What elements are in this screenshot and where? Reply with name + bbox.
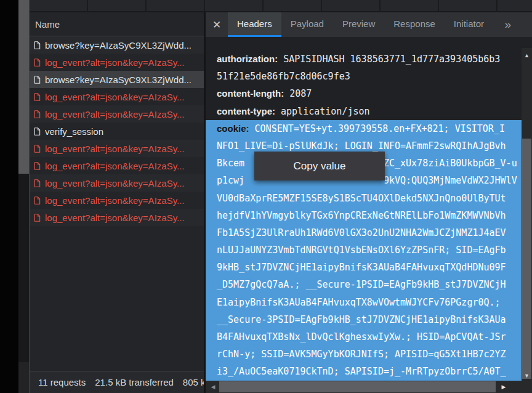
header-value: application/json bbox=[275, 106, 370, 117]
file-icon bbox=[34, 76, 41, 84]
file-icon bbox=[34, 110, 41, 118]
request-row[interactable]: log_event?alt=json&key=AIzaSy... bbox=[30, 54, 204, 71]
detail-tab-label: Initiator bbox=[454, 18, 484, 29]
header-line[interactable]: VU0dBaXprRE5MZF15SE8yS1BScTU4OXlDekd5NXJ… bbox=[206, 190, 522, 207]
file-icon bbox=[34, 197, 41, 205]
file-icon bbox=[34, 41, 41, 49]
detail-tab[interactable]: Initiator bbox=[445, 12, 493, 37]
overview-segment bbox=[147, 0, 205, 11]
overview-segment bbox=[264, 0, 322, 11]
overview-segment bbox=[381, 0, 439, 11]
request-name: browse?key=AIzaSyC9XL3ZjWdd... bbox=[45, 40, 191, 51]
request-name: log_event?alt=json&key=AIzaSy... bbox=[45, 161, 185, 171]
scroll-down-icon[interactable]: ▼ bbox=[522, 370, 532, 382]
header-line[interactable]: __Secure-3PSID=EAgFb9kHB_stJ7DVZNCjHE1ai… bbox=[206, 311, 522, 328]
detail-tab-label: Response bbox=[393, 18, 435, 29]
request-name: log_event?alt=json&key=AIzaSy... bbox=[45, 144, 185, 154]
network-summary-bar: 11 requests 21.5 kB transferred 805 k bbox=[30, 371, 204, 393]
header-name: authorization: bbox=[217, 54, 278, 64]
request-row[interactable]: log_event?alt=json&key=AIzaSy... bbox=[30, 88, 204, 105]
name-column-header[interactable]: Name bbox=[30, 12, 204, 36]
devtools-window: Name browse?key=AIzaSyC9XL3ZjWdd... bbox=[29, 0, 532, 393]
header-line[interactable]: nLUJJaUNYZ3VmbTdNRGVtQ1VsbENsOXl6YzZPSnF… bbox=[206, 241, 522, 259]
overview-segment bbox=[322, 0, 381, 11]
file-icon bbox=[34, 145, 41, 153]
header-value: E1aipyBnifsK3AUaB4FAHvuxqTX8wVOwtmWJYCFv… bbox=[217, 297, 501, 308]
horizontal-scrollbar[interactable]: ◀ ▶ bbox=[206, 381, 522, 393]
detail-tabs: Headers Payload Preview bbox=[228, 12, 493, 37]
header-value: B4FAHvuxqTXBsNx_lDvQclKghesxwIyXw.; HSID… bbox=[217, 331, 506, 342]
request-row[interactable]: log_event?alt=json&key=AIzaSy... bbox=[30, 157, 204, 174]
request-name: log_event?alt=json&key=AIzaSy... bbox=[45, 57, 185, 68]
header-value: SAPISIDHASH 1638563771_1d777a393405b6b3 bbox=[278, 54, 500, 65]
context-menu-copy-value[interactable]: Copy value bbox=[254, 152, 385, 180]
header-line[interactable]: authorization: SAPISIDHASH 1638563771_1d… bbox=[206, 51, 522, 68]
header-value: nLUJJaUNYZ3VmbTdNRGVtQ1VsbENsOXl6YzZPSnF… bbox=[217, 245, 506, 256]
file-icon bbox=[34, 128, 41, 136]
request-name: browse?key=AIzaSyC9XL3ZjWdd... bbox=[45, 75, 191, 85]
header-name: content-type: bbox=[217, 106, 275, 116]
header-line[interactable]: cookie: CONSENT=YES+yt.399739558.en+FX+8… bbox=[206, 120, 522, 137]
scroll-left-icon[interactable]: ◀ bbox=[208, 381, 218, 393]
header-line[interactable]: content-length: 2087 bbox=[206, 85, 522, 102]
header-line[interactable]: rChN-y; SSID=AVK5MGyYbKORJNIfS; APISID=q… bbox=[206, 346, 522, 363]
scroll-up-icon[interactable]: ▲ bbox=[522, 49, 532, 62]
request-row[interactable]: log_event?alt=json&key=AIzaSy... bbox=[30, 105, 204, 123]
header-value: 51f21e5de86fb7c8d06c9fe3 bbox=[217, 71, 350, 82]
detail-tab[interactable]: Payload bbox=[281, 12, 333, 37]
header-line[interactable]: hejdfV1hYVmgyblkyTGx6YnpCRExNeGtNRElLbFo… bbox=[206, 207, 522, 224]
header-line[interactable]: E1aipyBnifsK3AUaB4FAHvuxqTX8wVOwtmWJYCFv… bbox=[206, 294, 522, 311]
overview-segment bbox=[205, 0, 264, 11]
overview-segment bbox=[498, 0, 532, 11]
request-row[interactable]: log_event?alt=json&key=AIzaSy... bbox=[30, 140, 204, 157]
overview-segment bbox=[439, 0, 498, 11]
close-icon[interactable]: ✕ bbox=[206, 12, 228, 37]
devtools-network-screen: Name browse?key=AIzaSyC9XL3ZjWdd... bbox=[0, 0, 532, 393]
header-value: CONSENT=YES+yt.399739558.en+FX+821; VISI… bbox=[249, 123, 505, 134]
overview-segment bbox=[88, 0, 147, 11]
horizontal-scrollbar-thumb[interactable] bbox=[219, 381, 496, 392]
header-value: NFO1_LIVE=Di-pSlUKdJk; LOGIN_INFO=AFmmF2… bbox=[217, 140, 506, 152]
request-list-panel: Name browse?key=AIzaSyC9XL3ZjWdd... bbox=[30, 12, 204, 393]
header-value: _D5MZ7gQcQ7aA.; __Secure-1PSID=EAgFb9kHB… bbox=[217, 279, 506, 290]
more-tabs-icon[interactable]: » bbox=[504, 12, 511, 37]
file-icon bbox=[34, 59, 41, 67]
scroll-right-icon[interactable]: ▶ bbox=[499, 381, 509, 393]
request-name: log_event?alt=json&key=AIzaSy... bbox=[45, 213, 185, 223]
headers-content: authorization: SAPISIDHASH 1638563771_1d… bbox=[206, 48, 522, 381]
file-icon bbox=[34, 179, 41, 187]
header-line[interactable]: Fb1A5SjZ3UlRraUh1RWd6V0lGX3o2UnU2NHA2WmJ… bbox=[206, 224, 522, 241]
file-icon bbox=[34, 93, 41, 101]
background-scrollbar-thumb[interactable] bbox=[18, 0, 30, 174]
header-line[interactable]: 51f21e5de86fb7c8d06c9fe3 bbox=[206, 68, 522, 85]
header-value: 9kHB_stJ7DVZNCjHE1aipyBnifsK3AUaB4FAHvux… bbox=[217, 262, 506, 273]
network-overview-strip bbox=[30, 0, 532, 12]
detail-tab[interactable]: Preview bbox=[333, 12, 384, 37]
request-count: 11 requests bbox=[38, 377, 86, 387]
request-row[interactable]: log_event?alt=json&key=AIzaSy... bbox=[30, 192, 204, 209]
header-line[interactable]: B4FAHvuxqTXBsNx_lDvQclKghesxwIyXw.; HSID… bbox=[206, 328, 522, 346]
header-line[interactable]: 9kHB_stJ7DVZNCjHE1aipyBnifsK3AUaB4FAHvux… bbox=[206, 259, 522, 276]
header-line[interactable]: i3_/AuOC5eaK0719CkTnD; SAPISID=j_-MrRTpy… bbox=[206, 363, 522, 380]
request-row[interactable]: log_event?alt=json&key=AIzaSy... bbox=[30, 209, 204, 226]
background-scrollbar-bottom bbox=[18, 362, 30, 393]
header-line[interactable]: content-type: application/json bbox=[206, 103, 522, 120]
resources-size: 805 k bbox=[183, 377, 204, 387]
request-list-empty-area bbox=[30, 226, 204, 371]
vertical-scrollbar-thumb[interactable] bbox=[522, 139, 531, 379]
request-row[interactable]: verify_session bbox=[30, 123, 204, 140]
detail-tab[interactable]: Response bbox=[384, 12, 445, 37]
request-row[interactable]: browse?key=AIzaSyC9XL3ZjWdd... bbox=[30, 71, 204, 88]
request-row[interactable]: browse?key=AIzaSyC9XL3ZjWdd... bbox=[30, 36, 204, 54]
header-line[interactable]: _D5MZ7gQcQ7aA.; __Secure-1PSID=EAgFb9kHB… bbox=[206, 276, 522, 293]
header-value: VU0dBaXprRE5MZF15SE8yS1BScTU4OXlDekd5NXJ… bbox=[217, 193, 506, 204]
detail-tab[interactable]: Headers bbox=[228, 12, 281, 37]
header-name: cookie: bbox=[217, 123, 249, 134]
request-row[interactable]: log_event?alt=json&key=AIzaSy... bbox=[30, 174, 204, 192]
header-value: rChN-y; SSID=AVK5MGyYbKORJNIfS; APISID=q… bbox=[217, 349, 506, 360]
name-column-label: Name bbox=[35, 19, 60, 30]
vertical-scrollbar[interactable]: ▲ ▼ bbox=[522, 48, 532, 393]
header-name: content-length: bbox=[217, 88, 284, 99]
detail-tab-label: Headers bbox=[237, 18, 272, 29]
header-value: 2087 bbox=[284, 88, 312, 99]
